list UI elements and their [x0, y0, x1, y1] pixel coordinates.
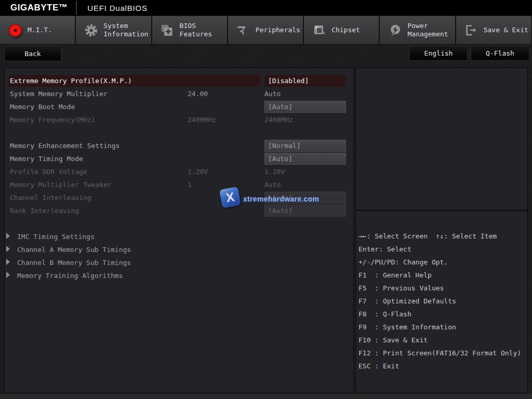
setting-label: Profile DDR Voltage — [10, 166, 259, 178]
hotkey-line: F7 : Optimized Defaults — [358, 295, 527, 308]
language-button[interactable]: English — [409, 45, 468, 61]
setting-value: 1.20V — [264, 166, 346, 178]
setting-label: Memory Frequency(MHz) — [10, 114, 259, 126]
setting-label: Extreme Memory Profile(X.M.P.) — [9, 75, 260, 87]
settings-row[interactable]: Profile DDR Voltage1.20V1.20V — [5, 165, 353, 178]
uefi-dualbios-title: UEFI DualBIOS — [87, 4, 147, 12]
setting-value[interactable]: [Normal] — [264, 140, 346, 152]
hotkey-line: F5 : Previous Values — [358, 282, 527, 295]
hotkey-legend: →←: Select Screen ↑↓: Select ItemEnter: … — [358, 230, 527, 373]
titlebar-divider — [76, 1, 77, 15]
setting-current-value: 1 — [188, 179, 192, 191]
tab-save-exit[interactable]: Save & Exit — [456, 16, 531, 44]
setting-value: 2400MHz — [264, 114, 346, 126]
setting-label: Rank Interleaving — [10, 205, 259, 217]
qflash-button[interactable]: Q-Flash — [471, 45, 529, 61]
settings-row[interactable]: Memory Frequency(MHz)2400MHz2400MHz — [5, 113, 353, 126]
submenu-arrow-icon — [6, 272, 10, 278]
power-bolt-icon — [387, 22, 403, 38]
submenu-label: Channel A Memory Sub Timings — [17, 244, 267, 256]
setting-label: Memory Boot Mode — [10, 101, 259, 113]
settings-row[interactable]: System Memory Multiplier24.00Auto — [5, 87, 353, 100]
submenu-arrow-icon — [6, 233, 10, 239]
row-spacer — [5, 126, 353, 139]
submenu-arrow-icon — [6, 246, 10, 252]
tab-label: Chipset — [331, 26, 360, 34]
settings-row[interactable]: Extreme Memory Profile(X.M.P.)[Disabled] — [5, 74, 353, 87]
tab-label: Peripherals — [256, 26, 300, 34]
peripherals-icon — [235, 22, 251, 38]
setting-current-value: 1.20V — [188, 166, 208, 178]
tab-bios-features[interactable]: BIOS Features — [152, 16, 227, 44]
title-bar: GIGABYTE™ UEFI DualBIOS — [0, 0, 532, 16]
hotkey-line: +/-/PU/PD: Change Opt. — [358, 256, 527, 269]
setting-label: Channel Interleaving — [10, 192, 259, 204]
hotkey-line: F9 : System Information — [358, 321, 527, 334]
setting-label: Memory Timing Mode — [10, 153, 259, 165]
hotkey-line: F8 : Q-Flash — [358, 308, 527, 321]
settings-row[interactable]: Rank Interleaving[Auto] — [5, 204, 353, 217]
bios-chip-icon — [159, 22, 175, 38]
setting-label: Memory Enhancement Settings — [10, 140, 259, 152]
exit-door-icon — [463, 22, 479, 38]
help-panel-divider — [356, 210, 527, 211]
settings-row[interactable]: Memory Enhancement Settings[Normal] — [5, 139, 353, 152]
hotkey-line: F1 : General Help — [358, 269, 527, 282]
tab-label: Save & Exit — [484, 26, 528, 34]
back-button[interactable]: Back — [4, 46, 61, 61]
tab-peripherals[interactable]: Peripherals — [228, 16, 303, 44]
setting-value[interactable]: [Auto] — [264, 192, 346, 204]
hotkey-line: F12 : Print Screen(FAT16/32 Format Only) — [358, 347, 527, 360]
hotkey-line: →←: Select Screen ↑↓: Select Item — [358, 230, 527, 243]
help-panel: →←: Select Screen ↑↓: Select ItemEnter: … — [355, 68, 528, 393]
tab-label: BIOS Features — [180, 22, 212, 38]
settings-row[interactable]: Channel Interleaving[Auto] — [5, 191, 353, 204]
setting-current-value: 2400MHz — [188, 114, 216, 126]
setting-value[interactable]: [Auto] — [264, 101, 346, 113]
setting-label: Memory Multiplier Tweaker — [10, 179, 259, 191]
settings-panel: Extreme Memory Profile(X.M.P.)[Disabled]… — [4, 68, 354, 393]
gigabyte-logo: GIGABYTE™ — [10, 3, 68, 13]
setting-label: System Memory Multiplier — [10, 88, 259, 100]
tab-chipset[interactable]: Chipset — [304, 16, 379, 44]
setting-value[interactable]: [Disabled] — [264, 75, 346, 87]
submenu-label: IMC Timing Settings — [17, 231, 267, 243]
settings-rows: Extreme Memory Profile(X.M.P.)[Disabled]… — [5, 74, 353, 282]
tab-label: M.I.T. — [28, 26, 52, 34]
tab-bar: M.I.T.System InformationBIOS FeaturesPer… — [0, 16, 531, 45]
bottom-strip — [0, 394, 532, 399]
tab-m-i-t[interactable]: M.I.T. — [0, 16, 75, 44]
setting-current-value: 24.00 — [188, 88, 208, 100]
settings-row[interactable]: Memory Multiplier Tweaker1Auto — [5, 178, 353, 191]
settings-row[interactable]: Memory Timing Mode[Auto] — [5, 152, 353, 165]
submenu-label: Channel B Memory Sub Timings — [17, 257, 267, 269]
setting-value[interactable]: [Auto] — [264, 153, 346, 165]
tab-label: Power Management — [407, 22, 448, 38]
submenu-arrow-icon — [6, 259, 10, 265]
hotkey-line: F10 : Save & Exit — [358, 334, 527, 347]
chipset-icon — [311, 22, 327, 38]
tab-label: System Information — [103, 22, 148, 38]
gear-icon — [83, 22, 99, 38]
submenu-item[interactable]: IMC Timing Settings — [5, 230, 353, 243]
setting-value[interactable]: [Auto] — [264, 205, 346, 217]
red-dot-icon — [7, 22, 23, 38]
submenu-item[interactable]: Channel B Memory Sub Timings — [5, 256, 353, 269]
row-spacer — [5, 217, 353, 230]
submenu-item[interactable]: Channel A Memory Sub Timings — [5, 243, 353, 256]
submenu-item[interactable]: Memory Training Algorithms — [5, 269, 353, 282]
bios-screen: GIGABYTE™ UEFI DualBIOS M.I.T.System Inf… — [0, 0, 532, 399]
setting-value: Auto — [264, 179, 346, 191]
tab-power-management[interactable]: Power Management — [380, 16, 455, 44]
hotkey-line: ESC : Exit — [358, 360, 527, 373]
setting-value: Auto — [264, 88, 346, 100]
tab-system-information[interactable]: System Information — [76, 16, 151, 44]
settings-row[interactable]: Memory Boot Mode[Auto] — [5, 100, 353, 113]
hotkey-line: Enter: Select — [358, 243, 527, 256]
submenu-label: Memory Training Algorithms — [17, 270, 267, 282]
